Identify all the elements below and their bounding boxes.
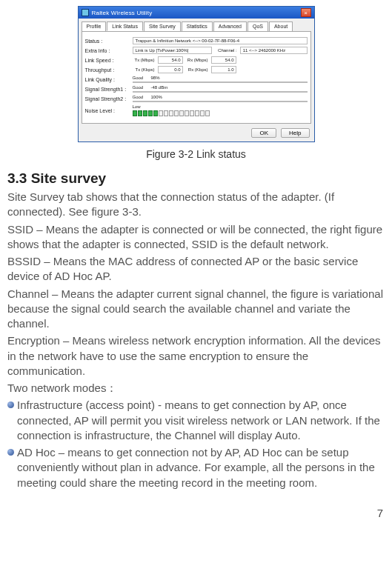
page-number: 7 xyxy=(6,507,386,519)
label-noise: Noise Level : xyxy=(85,108,130,113)
value-rx-mbps: 54.0 xyxy=(211,56,236,64)
label-link-quality: Link Quality : xyxy=(85,77,130,82)
label-signal-1: Signal Strength1 : xyxy=(85,87,130,92)
bullet-adhoc-text: AD Hoc – means to get connection not by … xyxy=(17,445,385,490)
label-throughput: Throughput : xyxy=(85,67,130,73)
label-signal-2: Signal Strength2 : xyxy=(85,96,130,101)
para-encryption: Encryption – Means wireless network encr… xyxy=(7,333,385,379)
signal1-tag: Good xyxy=(133,85,149,90)
para-modes: Two network modes： xyxy=(7,381,385,396)
label-link-speed: Link Speed : xyxy=(85,58,130,63)
tab-advanced[interactable]: Advanced xyxy=(213,21,247,31)
app-window: Raltek Wireless Utility × Profile Link S… xyxy=(78,6,315,142)
panel-link-status: Status : Trappon & Infinition Network <-… xyxy=(82,31,311,124)
tab-about[interactable]: About xyxy=(269,21,293,31)
value-rx-kbps: 1.0 xyxy=(211,66,236,73)
bullet-adhoc: AD Hoc – means to get connection not by … xyxy=(7,445,385,490)
close-icon: × xyxy=(304,10,308,16)
signal2-tag: Good xyxy=(133,95,149,99)
bullet-icon xyxy=(7,449,14,456)
label-rx-kbps: Rx (Kbps) xyxy=(186,67,208,72)
noise-blocks xyxy=(133,110,308,116)
signal1-text: -48 dBm xyxy=(151,85,176,90)
value-tx-mbps: 54.0 xyxy=(158,56,183,64)
close-button[interactable]: × xyxy=(301,8,311,17)
window-title: Raltek Wireless Utility xyxy=(92,10,153,16)
app-footer: OK Help xyxy=(79,126,314,141)
label-extra-info: Extra Info : xyxy=(85,48,130,53)
label-status: Status : xyxy=(85,39,130,44)
label-rx-mbps: Rx (Mbps) xyxy=(186,58,208,62)
value-channel: 11 <--> 2462000 KHz xyxy=(240,47,308,54)
quality-text: 98% xyxy=(151,76,170,80)
tab-site-survey[interactable]: Site Survey xyxy=(144,21,181,31)
bullet-icon xyxy=(7,402,14,408)
figure-block: Raltek Wireless Utility × Profile Link S… xyxy=(6,6,386,160)
value-extra-info: Link is Up [TxPower:100%] xyxy=(133,47,212,54)
tab-link-status[interactable]: Link Status xyxy=(107,21,143,31)
signal2-text: 100% xyxy=(151,95,170,99)
tab-bar: Profile Link Status Site Survey Statisti… xyxy=(79,19,314,31)
para-ssid: SSID – Means the adapter is connected or… xyxy=(7,222,385,253)
value-tx-kbps: 0.0 xyxy=(158,66,183,73)
section-heading: 3.3 Site survey xyxy=(7,170,386,187)
help-button[interactable]: Help xyxy=(281,128,309,138)
tab-qos[interactable]: QoS xyxy=(248,21,268,31)
label-tx-mbps: Tx (Mbps) xyxy=(133,58,155,62)
para-intro: Site Survey tab shows that the connectio… xyxy=(7,190,385,220)
noise-tag: Low xyxy=(133,104,149,109)
bullet-infrastructure-text: Infrastructure (access point) - means to… xyxy=(17,398,385,443)
value-status: Trappon & Infinition Network <--> 00-02-… xyxy=(133,37,308,44)
tab-statistics[interactable]: Statistics xyxy=(182,21,213,31)
signal1-bar xyxy=(133,91,308,93)
quality-tag: Good xyxy=(133,76,149,80)
ok-button[interactable]: OK xyxy=(251,128,276,138)
tab-profile[interactable]: Profile xyxy=(82,21,107,31)
figure-caption: Figure 3-2 Link status xyxy=(146,148,246,160)
para-channel: Channel – Means the adapter current sign… xyxy=(7,287,385,332)
label-tx-kbps: Tx (Kbps) xyxy=(133,67,155,72)
app-icon xyxy=(82,9,89,16)
label-channel: Channel : xyxy=(215,48,237,53)
signal2-bar xyxy=(133,101,308,102)
titlebar: Raltek Wireless Utility × xyxy=(79,7,314,19)
quality-bar xyxy=(133,81,308,83)
para-bssid: BSSID – Means the MAC address of connect… xyxy=(7,254,385,284)
bullet-infrastructure: Infrastructure (access point) - means to… xyxy=(7,398,385,443)
